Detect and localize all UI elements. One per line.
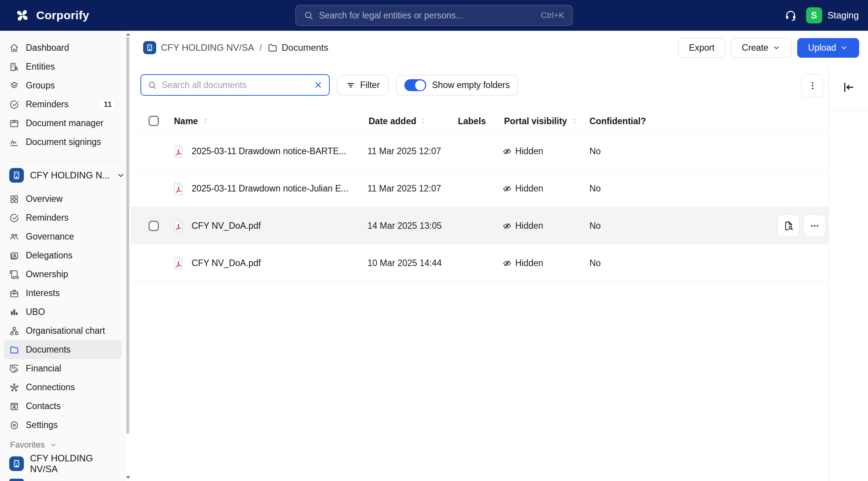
breadcrumb-entity-label: CFY HOLDING NV/SA [161,42,254,53]
row-portal-visibility: Hidden [502,133,543,170]
favorites-header[interactable]: Favorites [10,440,122,450]
document-row[interactable]: CFY NV_DoA.pdf10 Mar 2025 14:44HiddenNo [131,245,828,282]
sidebar-item-document-manager[interactable]: Document manager [4,114,122,133]
badge: 11 [99,98,116,111]
sidebar-item-document-signings[interactable]: Document signings [4,133,122,151]
scrollbar-thumb[interactable] [126,37,129,434]
select-all-checkbox[interactable] [149,116,159,126]
sidebar-item-label: Organisational chart [26,326,105,336]
sidebar-item-label: Financial [26,363,61,374]
sidebar-item-groups[interactable]: Groups [4,76,122,95]
support-headset-icon[interactable] [785,9,797,22]
sidebar-item-reminders[interactable]: Reminders [4,208,122,227]
clear-search-icon[interactable] [314,80,323,90]
show-empty-folders-toggle[interactable] [404,79,426,91]
column-header-portal-visibility[interactable]: Portal visibility [504,110,579,133]
sidebar-item-reminders[interactable]: Reminders11 [4,95,122,114]
sidebar-item-label: Dashboard [26,43,69,53]
breadcrumb-current[interactable]: Documents [267,42,328,53]
row-portal-visibility-label: Hidden [515,146,543,156]
sidebar-item-documents[interactable]: Documents [4,340,122,359]
sidebar-item-label: Groups [26,80,55,91]
sidebar-item-label: Document manager [26,118,103,128]
signature-icon [9,137,19,147]
row-name-cell: CFY NV_DoA.pdf [173,245,261,282]
pdf-icon [173,182,184,195]
sidebar-item-interests[interactable]: Interests [4,284,122,303]
corporify-logo-icon [14,7,31,24]
create-button[interactable]: Create [731,38,791,58]
row-portal-visibility-label: Hidden [515,221,543,231]
global-search-input[interactable] [319,10,535,21]
document-row[interactable]: 2025-03-11 Drawdown notice-BARTE...11 Ma… [131,133,828,170]
documents-search-input[interactable] [162,80,309,90]
chevron-down-icon [49,441,58,449]
upload-button[interactable]: Upload [797,38,859,58]
sidebar-item-dashboard[interactable]: Dashboard [4,38,122,57]
folder-icon [9,345,19,355]
settings-icon [9,420,19,430]
global-search[interactable]: Ctrl+K [295,5,573,26]
folder-icon [267,43,278,53]
sidebar-item-governance[interactable]: Governance [4,227,122,246]
column-header-label: Labels [458,116,486,126]
favorite-item-partial [9,479,24,481]
scrollbar-up-arrow[interactable] [126,33,130,36]
row-name: 2025-03-11 Drawdown notice-Julian E... [192,183,348,194]
sidebar-item-overview[interactable]: Overview [4,190,122,208]
breadcrumb-separator: / [259,42,263,53]
export-button[interactable]: Export [678,38,725,58]
row-menu-button[interactable] [803,215,826,237]
column-header-name[interactable]: Name [174,110,210,133]
sidebar-scrollbar [125,31,131,481]
sidebar-item-contacts[interactable]: Contacts [4,397,122,416]
document-row[interactable]: CFY NV_DoA.pdf14 Mar 2025 13:05HiddenNo [131,207,828,245]
filter-button[interactable]: Filter [337,75,389,95]
sidebar-item-entities[interactable]: Entities [4,57,122,76]
handshake-icon [9,364,19,374]
sidebar-item-label: Connections [26,382,75,393]
column-header-date-added[interactable]: Date added [369,110,428,133]
breadcrumb-current-label: Documents [282,42,328,53]
sort-icon [201,117,210,125]
check-circle-icon [9,100,19,110]
sidebar-item-ubo[interactable]: UBO [4,303,122,321]
favorites-label: Favorites [10,440,45,450]
row-confidential: No [589,170,601,207]
account-menu[interactable]: S Staging [806,7,859,23]
row-actions [777,215,826,237]
row-name: 2025-03-11 Drawdown notice-BARTE... [192,146,346,156]
collapse-panel-icon[interactable] [842,81,855,94]
sidebar-item-ownership[interactable]: Ownership [4,265,122,284]
sidebar-item-label: Documents [26,345,70,355]
check-circle-icon [9,213,19,223]
sidebar-item-label: Document signings [26,137,101,147]
scrollbar-down-arrow[interactable] [126,476,130,479]
sidebar-item-label: Settings [26,420,58,430]
favorite-item-cfy-holding[interactable]: CFY HOLDING NV/SA [4,453,122,474]
row-checkbox[interactable] [149,221,159,231]
sidebar-item-financial[interactable]: Financial [4,359,122,378]
sidebar-item-connections[interactable]: Connections [4,378,122,397]
chevron-down-icon [116,171,125,180]
sidebar-item-delegations[interactable]: Delegations [4,246,122,265]
sidebar-item-settings[interactable]: Settings [4,416,122,434]
pdf-icon [173,220,184,233]
sidebar-item-organisational-chart[interactable]: Organisational chart [4,321,122,340]
sidebar-item-label: Governance [26,231,74,242]
document-row[interactable]: 2025-03-11 Drawdown notice-Julian E...11… [131,170,828,207]
sidebar-item-label: Contacts [26,401,61,411]
sidebar-divider [6,161,124,162]
row-confidential: No [589,245,601,282]
breadcrumb-entity-link[interactable]: CFY HOLDING NV/SA [143,41,254,54]
show-empty-folders-label: Show empty folders [432,80,510,90]
preview-document-button[interactable] [777,215,800,237]
sidebar-item-label: Entities [26,62,55,72]
app-logo[interactable]: Corporify [14,0,89,31]
sort-icon [419,117,428,125]
table-options-button[interactable] [801,74,824,97]
network-icon [9,383,19,393]
sidebar-entity-switcher[interactable]: CFY HOLDING N... [4,164,122,186]
grid-icon [9,194,19,204]
pdf-icon [173,145,184,158]
